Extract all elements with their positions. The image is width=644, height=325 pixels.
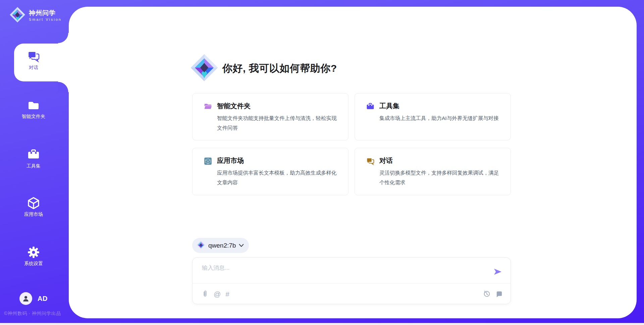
hashtag-icon: # bbox=[225, 290, 229, 298]
message-composer: @ # bbox=[192, 257, 511, 304]
send-icon bbox=[493, 267, 502, 276]
history-icon bbox=[483, 290, 491, 298]
card-smart-folder[interactable]: 智能文件夹 智能文件夹功能支持批量文件上传与清洗，轻松实现文件问答 bbox=[192, 93, 348, 140]
brand-logo: 神州问学 Smart Vision bbox=[9, 7, 62, 24]
tab-fillet-top bbox=[58, 33, 69, 44]
sidebar-item-toolset[interactable]: 工具集 bbox=[0, 148, 67, 169]
card-description: 集成市场上主流工具，助力AI与外界无缝扩展与对接 bbox=[379, 114, 499, 123]
sidebar-item-label: 应用市场 bbox=[0, 211, 67, 217]
sidebar-item-chat[interactable]: 对话 bbox=[0, 50, 67, 71]
card-app-market[interactable]: 应用市场 应用市场提供丰富长文本模板，助力高效生成多样化文章内容 bbox=[192, 148, 348, 195]
sidebar-item-label: 工具集 bbox=[0, 163, 67, 169]
composer-toolbar: @ # bbox=[201, 284, 503, 304]
message-input[interactable] bbox=[201, 263, 483, 280]
chat-icon bbox=[27, 50, 40, 55]
model-selector[interactable]: qwen2:7b bbox=[192, 238, 249, 253]
brand-name: 神州问学 bbox=[29, 9, 62, 17]
sidebar-item-label: 系统设置 bbox=[0, 261, 67, 267]
card-description: 灵活切换多模型文件，支持多样回复效果调试，满足个性化需求 bbox=[379, 168, 501, 187]
avatar bbox=[19, 292, 32, 305]
greeting-text: 你好, 我可以如何帮助你? bbox=[222, 62, 337, 75]
chat-icon bbox=[366, 157, 375, 187]
attachment-icon bbox=[201, 290, 209, 298]
cube-icon bbox=[27, 196, 40, 202]
person-icon bbox=[22, 295, 30, 302]
model-name: qwen2:7b bbox=[208, 242, 236, 249]
card-title: 工具集 bbox=[379, 102, 499, 111]
assistant-diamond-icon bbox=[190, 54, 218, 83]
briefcase-icon bbox=[27, 148, 40, 154]
sidebar-item-label: 对话 bbox=[0, 65, 67, 71]
card-description: 智能文件夹功能支持批量文件上传与清洗，轻松实现文件问答 bbox=[217, 114, 339, 133]
briefcase-icon bbox=[366, 102, 375, 133]
copyright-text: ©神州数码 · 神州问学出品 bbox=[4, 311, 61, 317]
feature-cards: 智能文件夹 智能文件夹功能支持批量文件上传与清洗，轻松实现文件问答 bbox=[192, 93, 511, 195]
sidebar-item-label: 智能文件夹 bbox=[0, 114, 67, 120]
user-account[interactable]: AD bbox=[19, 292, 48, 305]
send-button[interactable] bbox=[492, 266, 503, 278]
tab-fillet-bottom bbox=[58, 81, 69, 92]
card-description: 应用市场提供丰富长文本模板，助力高效生成多样化文章内容 bbox=[217, 168, 339, 187]
mention-icon: @ bbox=[214, 290, 221, 298]
card-title: 对话 bbox=[379, 156, 501, 165]
user-initials: AD bbox=[38, 295, 48, 303]
greeting-block: 你好, 我可以如何帮助你? bbox=[190, 54, 337, 83]
gear-icon bbox=[27, 246, 40, 251]
sidebar-item-smart-folder[interactable]: 智能文件夹 bbox=[0, 99, 67, 120]
chevron-down-icon bbox=[239, 243, 244, 249]
feedback-bubble-icon bbox=[495, 290, 503, 298]
card-title: 应用市场 bbox=[217, 156, 339, 165]
card-chat[interactable]: 对话 灵活切换多模型文件，支持多样回复效果调试，满足个性化需求 bbox=[355, 148, 511, 195]
folder-icon bbox=[27, 99, 40, 104]
brand-subtitle: Smart Vision bbox=[29, 17, 62, 21]
card-title: 智能文件夹 bbox=[217, 102, 339, 111]
brand-diamond-icon bbox=[9, 7, 25, 24]
feedback-button[interactable] bbox=[495, 290, 503, 298]
sidebar-item-app-market[interactable]: 应用市场 bbox=[0, 196, 67, 217]
main-content: 你好, 我可以如何帮助你? 智能文件夹 智能文件夹功能支持批量文件上传与清洗，轻… bbox=[192, 0, 511, 325]
folder-open-icon bbox=[204, 102, 212, 133]
app-window: 神州问学 Smart Vision 对话 智能文件夹 bbox=[0, 0, 644, 325]
app-grid-icon bbox=[204, 157, 212, 187]
model-logo-icon bbox=[197, 241, 205, 251]
mention-button[interactable]: @ bbox=[214, 290, 221, 298]
history-button[interactable] bbox=[483, 290, 491, 298]
card-toolset[interactable]: 工具集 集成市场上主流工具，助力AI与外界无缝扩展与对接 bbox=[355, 93, 511, 140]
window-bottom-edge bbox=[0, 323, 644, 325]
hashtag-button[interactable]: # bbox=[225, 290, 229, 298]
attachment-button[interactable] bbox=[201, 290, 209, 298]
sidebar-item-settings[interactable]: 系统设置 bbox=[0, 246, 67, 267]
